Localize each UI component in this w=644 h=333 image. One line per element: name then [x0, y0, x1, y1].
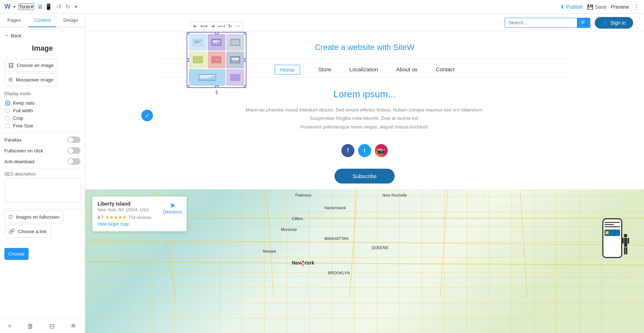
marker-pin: [301, 260, 305, 264]
content-text-3: Prasesent pellentesque lorem neque, aliq…: [220, 123, 510, 131]
twitter-icon[interactable]: t: [358, 144, 371, 157]
fullscreen-label: Fullscreen on click: [4, 148, 43, 153]
check-bubble[interactable]: ✓: [141, 110, 153, 121]
device-switcher: 🖥 📱: [37, 3, 52, 10]
subscribe-button[interactable]: Subscribe: [335, 169, 395, 184]
parallax-toggle[interactable]: [67, 136, 80, 143]
map-label-hackensack: Hackensack: [324, 206, 346, 210]
search-button[interactable]: 🔍: [577, 18, 590, 28]
choose-link-button[interactable]: 🔗 Choose a link: [4, 225, 51, 238]
directions-button[interactable]: ➤ Directions: [163, 201, 182, 215]
svg-rect-21: [622, 238, 624, 244]
svg-rect-20: [626, 247, 627, 254]
layers-button[interactable]: ⊟: [49, 322, 55, 330]
phone-frame: ····: [602, 218, 622, 258]
choose-image-button[interactable]: 🖼 Choose an image: [4, 59, 58, 72]
choose-button[interactable]: Choose: [4, 248, 29, 260]
parallax-toggle-row: Parallax: [0, 134, 85, 145]
radio-crop[interactable]: Crop: [5, 114, 80, 122]
radio-circle-full-width: [5, 108, 10, 113]
map-label-paterson: Paterson: [295, 193, 311, 197]
map-rating: 4.7 ★★★★★ 754 reviews: [97, 215, 182, 220]
search-box: 🔍: [504, 18, 590, 28]
page-link-contact[interactable]: Contact: [436, 65, 454, 75]
add-element-button[interactable]: +: [8, 322, 12, 330]
align-center-tool[interactable]: ⟺: [199, 23, 209, 29]
signin-button[interactable]: 👤 Sign in: [595, 17, 633, 29]
search-input[interactable]: [504, 18, 577, 28]
map-label-clifton: Clifton: [292, 216, 303, 221]
left-panel: Pages Content Design ← Back Image 🖼 Choo…: [0, 14, 85, 333]
stars-icon: ★★★★★: [105, 215, 127, 220]
preview-button[interactable]: Preview: [611, 4, 629, 10]
panel-scroll: ← Back Image 🖼 Choose an image ⊞ Mouseov…: [0, 28, 85, 319]
grid-cell-1: [189, 34, 207, 51]
card-chip: [606, 231, 608, 234]
back-button[interactable]: ← Back: [0, 30, 85, 41]
content-title: Lorem ipsum...: [158, 89, 572, 100]
save-button[interactable]: 💾 Save: [587, 4, 606, 10]
divider-3: [0, 208, 85, 209]
history-dropdown-button[interactable]: ▾: [73, 3, 79, 11]
svg-line-16: [571, 189, 574, 298]
image-widget[interactable]: ♥: [187, 32, 246, 88]
phone-mockup: ····: [602, 218, 622, 258]
instagram-icon[interactable]: 📷: [375, 144, 388, 157]
logo-dropdown-icon[interactable]: ▾: [13, 4, 16, 9]
more-options-button[interactable]: ⋮: [633, 3, 640, 11]
radio-keep-ratio[interactable]: Keep ratio: [5, 99, 80, 107]
panel-bottom-toolbar: + 🗑 ⊟ 👁: [0, 319, 85, 333]
phone-screen: ····: [603, 219, 621, 237]
widget-bottom-tool[interactable]: ⇕: [215, 89, 219, 95]
tab-design[interactable]: Design: [57, 14, 85, 27]
choose-image-icon: 🖼: [8, 62, 14, 68]
undo-button[interactable]: ↺: [55, 3, 63, 11]
publish-button[interactable]: ⬆ Publish: [560, 4, 583, 10]
antidownload-toggle[interactable]: [67, 158, 80, 165]
display-mode-group: Keep ratio Full width Crop Free Size: [0, 98, 85, 131]
align-right-tool[interactable]: ⇥: [209, 23, 216, 29]
visibility-button[interactable]: 👁: [70, 322, 77, 330]
more-tool[interactable]: ⋯: [234, 23, 241, 29]
seo-textarea[interactable]: [4, 178, 80, 203]
back-arrow-icon: ←: [4, 33, 9, 38]
rotate-tool[interactable]: ↻: [227, 23, 233, 29]
tab-pages[interactable]: Pages: [0, 14, 28, 27]
facebook-icon[interactable]: f: [341, 144, 354, 157]
tools-menu-button[interactable]: Tools ▾: [18, 3, 34, 10]
svg-line-1: [85, 240, 644, 245]
radio-circle-crop: [5, 116, 10, 121]
align-left-tool[interactable]: ⇤: [192, 23, 199, 29]
redo-button[interactable]: ↻: [64, 3, 72, 11]
card-dots: ····: [610, 232, 614, 234]
link-icon: 🔗: [8, 228, 15, 235]
page-link-localization[interactable]: Localization: [349, 65, 378, 75]
canvas-area: 🔍 👤 Sign in Create a website with SiteW …: [85, 14, 644, 333]
topbar-right: ⬆ Publish 💾 Save Preview ⋮: [560, 3, 640, 11]
grid-cell-2: [208, 34, 226, 51]
grid-cell-4: [189, 51, 207, 68]
radio-full-width[interactable]: Full width: [5, 107, 80, 114]
map-label-queens: QUEENS: [371, 245, 388, 250]
page-link-store[interactable]: Store: [318, 65, 331, 75]
mouseover-image-button[interactable]: ⊞ Mouseover image: [4, 73, 57, 86]
fullscreen-toggle[interactable]: [67, 147, 80, 154]
delete-element-button[interactable]: 🗑: [27, 322, 34, 330]
desktop-icon[interactable]: 🖥: [37, 4, 43, 10]
map-label-newark: Newark: [263, 249, 276, 253]
radio-free-size[interactable]: Free Size: [5, 122, 80, 130]
fullscreen-knob: [68, 148, 73, 153]
image-grid: ♥: [187, 33, 246, 87]
widget-toolbar: ⇤ ⟺ ⇥ ⟻ ↻ ⋯: [190, 22, 243, 30]
svg-line-3: [266, 189, 274, 298]
reviews-count: 754 reviews: [128, 215, 151, 220]
social-icons-row: f t 📷: [85, 138, 644, 163]
images-fullscreen-button[interactable]: ⊡ Images on fullscreen: [4, 210, 63, 223]
nav-right: 🔍 👤 Sign in: [504, 17, 633, 29]
expand-tool[interactable]: ⟻: [217, 23, 226, 29]
page-link-home[interactable]: Home: [275, 65, 300, 75]
page-link-aboutus[interactable]: About us: [396, 65, 417, 75]
view-larger-map-link[interactable]: View larger map: [97, 222, 129, 227]
mobile-icon[interactable]: 📱: [45, 3, 52, 10]
tab-content[interactable]: Content: [28, 14, 57, 27]
